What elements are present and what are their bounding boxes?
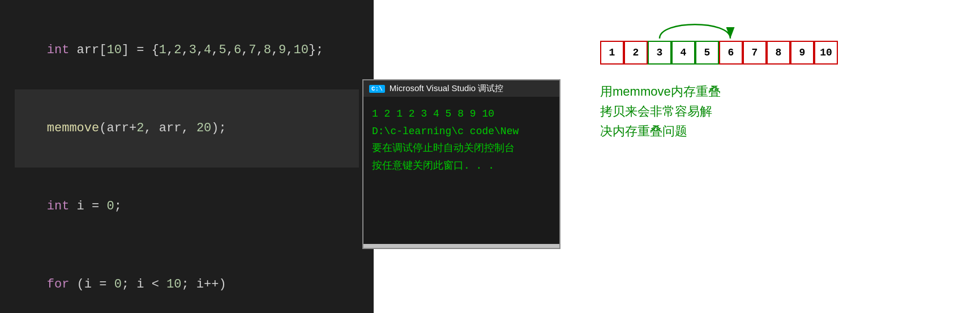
array-cell-3: 3 xyxy=(648,41,671,65)
console-output-4: 按任意键关闭此窗口. . . xyxy=(372,157,551,175)
diagram-area: 1 2 3 4 5 6 7 8 9 10 用memmove内存重叠 拷贝来会非常… xyxy=(572,0,980,313)
description-line-1: 用memmove内存重叠 xyxy=(600,82,721,101)
array-cell-7: 7 xyxy=(743,41,767,65)
console-title: Microsoft Visual Studio 调试控 xyxy=(390,83,503,94)
code-line-2: memmove(arr+2, arr, 20); xyxy=(15,89,359,168)
console-titlebar: C:\ Microsoft Visual Studio 调试控 xyxy=(363,80,559,97)
array-cell-5: 5 xyxy=(695,41,719,65)
description-line-2: 拷贝来会非常容易解 xyxy=(600,101,721,121)
console-output-3: 要在调试停止时自动关闭控制台 xyxy=(372,140,551,157)
console-output-2: D:\c-learning\c code\New xyxy=(372,123,551,140)
array-cell-6: 6 xyxy=(719,41,743,65)
code-line-4: for (i = 0; i < 10; i++) xyxy=(17,246,357,313)
array-cells-row: 1 2 3 4 5 6 7 8 9 10 xyxy=(600,41,838,65)
console-window: C:\ Microsoft Visual Studio 调试控 1 2 1 2 … xyxy=(362,79,560,249)
console-body: 1 2 1 2 3 4 5 8 9 10 D:\c-learning\c cod… xyxy=(363,97,559,244)
array-cell-10: 10 xyxy=(814,41,838,65)
code-editor: int arr[10] = {1,2,3,4,5,6,7,8,9,10}; me… xyxy=(0,0,374,313)
array-cell-2: 2 xyxy=(624,41,648,65)
array-cell-9: 9 xyxy=(790,41,814,65)
description-text: 用memmove内存重叠 拷贝来会非常容易解 决内存重叠问题 xyxy=(600,82,721,142)
code-line-3: int i = 0; xyxy=(17,168,357,246)
array-cell-8: 8 xyxy=(767,41,790,65)
array-diagram: 1 2 3 4 5 6 7 8 9 10 xyxy=(600,17,838,65)
array-cell-4: 4 xyxy=(671,41,695,65)
array-cell-1: 1 xyxy=(600,41,624,65)
description-line-3: 决内存重叠问题 xyxy=(600,121,721,141)
code-line-1: int arr[10] = {1,2,3,4,5,6,7,8,9,10}; xyxy=(17,11,357,89)
console-output-1: 1 2 1 2 3 4 5 8 9 10 xyxy=(372,105,551,123)
array-arrow-svg xyxy=(600,17,838,40)
array-arrow-row xyxy=(600,17,838,40)
console-icon: C:\ xyxy=(369,85,385,93)
